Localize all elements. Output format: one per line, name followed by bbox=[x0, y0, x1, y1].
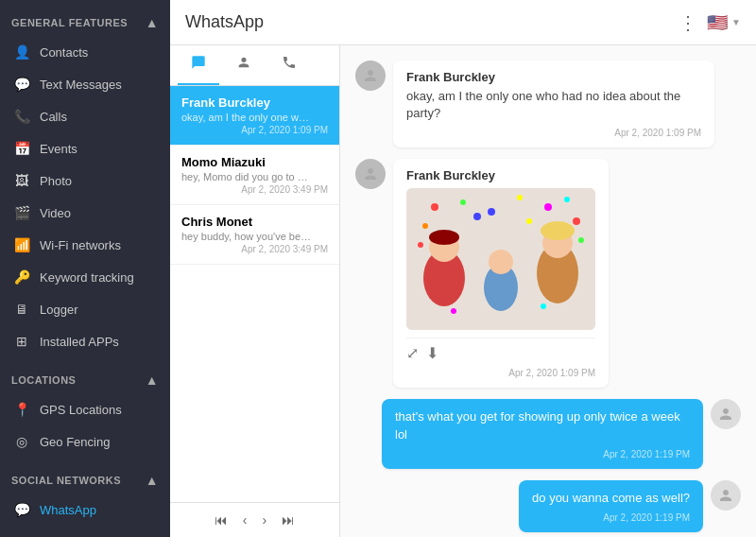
sidebar-section-general: GENERAL FEATURES ▲ bbox=[0, 6, 170, 36]
whatsapp-icon: 💬 bbox=[13, 502, 30, 517]
sidebar-item-installed-apps[interactable]: ⊞ Installed APPs bbox=[0, 325, 170, 357]
wifi-icon: 📶 bbox=[13, 237, 30, 252]
gps-icon: 📍 bbox=[13, 402, 30, 417]
message-time: Apr 2, 2020 1:19 PM bbox=[532, 512, 690, 523]
svg-point-2 bbox=[460, 199, 466, 205]
svg-point-20 bbox=[526, 218, 532, 224]
contact-name: Chris Monet bbox=[181, 215, 328, 229]
message-time: Apr 2, 2020 1:19 PM bbox=[395, 449, 690, 459]
photo-icon: 🖼 bbox=[13, 173, 30, 188]
contact-item[interactable]: Chris Monet hey buddy, how you've been? … bbox=[170, 205, 339, 265]
next-page-button[interactable]: › bbox=[259, 511, 271, 529]
tab-calls[interactable] bbox=[268, 45, 310, 85]
message-image bbox=[406, 188, 595, 330]
sidebar-section-social: SOCIAL NETWORKS ▲ bbox=[0, 463, 170, 494]
contact-message: okay, am I the only one who had no ide..… bbox=[181, 112, 314, 123]
sidebar-item-video[interactable]: 🎬 Video bbox=[0, 197, 170, 229]
contact-list: Frank Burckley okay, am I the only one w… bbox=[170, 86, 339, 502]
more-options-icon[interactable]: ⋮ bbox=[679, 11, 697, 34]
message-text: do you wanna come as well? bbox=[532, 490, 690, 507]
prev-page-button[interactable]: ‹ bbox=[239, 511, 251, 529]
message-time: Apr 2, 2020 1:09 PM bbox=[406, 368, 595, 378]
svg-point-22 bbox=[541, 303, 546, 309]
keyword-tracking-icon: 🔑 bbox=[13, 269, 30, 285]
sender-name: Frank Burckley bbox=[406, 70, 701, 84]
calls-icon: 📞 bbox=[13, 109, 30, 124]
sidebar-item-contacts[interactable]: 👤 Contacts bbox=[0, 36, 170, 68]
sidebar-item-events[interactable]: 📅 Events bbox=[0, 132, 170, 165]
video-icon: 🎬 bbox=[13, 205, 30, 220]
contact-item[interactable]: Momo Miazuki hey, Momo did you go to Che… bbox=[170, 146, 339, 205]
contact-name: Frank Burckley bbox=[181, 95, 328, 110]
sidebar-item-keyword-tracking[interactable]: 🔑 Keyword tracking bbox=[0, 261, 170, 293]
sidebar: GENERAL FEATURES ▲ 👤 Contacts 💬 Text Mes… bbox=[0, 0, 170, 537]
sidebar-item-photo[interactable]: 🖼 Photo bbox=[0, 165, 170, 197]
contact-message: hey, Momo did you go to Chemistry to... bbox=[181, 171, 314, 182]
tab-contacts[interactable] bbox=[223, 45, 265, 85]
message-time: Apr 2, 2020 1:09 PM bbox=[406, 128, 701, 138]
svg-point-19 bbox=[473, 213, 481, 220]
sidebar-item-calls[interactable]: 📞 Calls bbox=[0, 100, 170, 132]
svg-point-6 bbox=[564, 197, 570, 202]
contact-time: Apr 2, 2020 3:49 PM bbox=[181, 184, 328, 195]
image-actions: ⤢ ⬇ bbox=[406, 338, 595, 362]
svg-point-3 bbox=[488, 208, 495, 216]
sidebar-section-locations: LOCATIONS ▲ bbox=[0, 363, 170, 393]
message-row: Frank Burckley bbox=[355, 159, 741, 388]
page-title: WhatsApp bbox=[185, 12, 264, 32]
message-bubble: Frank Burckley okay, am I the only one w… bbox=[393, 61, 714, 147]
sidebar-item-gps-locations[interactable]: 📍 GPS Locations bbox=[0, 393, 170, 425]
message-text: that's what you get for showing up only … bbox=[395, 408, 690, 442]
pagination: ⏮ ‹ › ⏭ bbox=[170, 502, 339, 537]
svg-point-4 bbox=[517, 195, 523, 200]
svg-point-18 bbox=[578, 237, 584, 243]
svg-point-1 bbox=[431, 203, 438, 211]
avatar bbox=[355, 61, 386, 91]
content-area: Frank Burckley okay, am I the only one w… bbox=[170, 45, 756, 537]
chat-panel: Frank Burckley okay, am I the only one w… bbox=[340, 45, 756, 537]
sidebar-item-whatsapp[interactable]: 💬 WhatsApp bbox=[0, 494, 170, 526]
contact-time: Apr 2, 2020 3:49 PM bbox=[181, 244, 328, 254]
sidebar-item-wifi[interactable]: 📶 Wi-Fi networks bbox=[0, 229, 170, 261]
message-text: okay, am I the only one who had no idea … bbox=[406, 88, 701, 122]
message-row: that's what you get for showing up only … bbox=[355, 399, 741, 468]
contact-item[interactable]: Frank Burckley okay, am I the only one w… bbox=[170, 86, 339, 146]
topbar-right: ⋮ 🇺🇸 ▼ bbox=[679, 11, 741, 34]
avatar bbox=[355, 159, 386, 189]
chat-messages: Frank Burckley okay, am I the only one w… bbox=[340, 45, 756, 537]
message-bubble: Frank Burckley bbox=[393, 159, 609, 388]
chevron-down-icon: ▼ bbox=[731, 17, 741, 27]
contacts-icon: 👤 bbox=[13, 44, 30, 60]
expand-icon[interactable]: ⤢ bbox=[406, 344, 419, 362]
sidebar-item-geo-fencing[interactable]: ◎ Geo Fencing bbox=[0, 425, 170, 458]
sidebar-item-kik[interactable]: ⊕ KiK bbox=[0, 526, 170, 537]
svg-point-16 bbox=[541, 221, 575, 240]
language-selector[interactable]: 🇺🇸 ▼ bbox=[707, 12, 741, 33]
main-area: WhatsApp ⋮ 🇺🇸 ▼ bbox=[170, 0, 756, 537]
contact-time: Apr 2, 2020 1:09 PM bbox=[181, 125, 328, 135]
contacts-panel: Frank Burckley okay, am I the only one w… bbox=[170, 45, 340, 537]
tab-chat[interactable] bbox=[178, 45, 219, 85]
sender-name: Frank Burckley bbox=[406, 168, 595, 182]
contact-message: hey buddy, how you've been? bbox=[181, 231, 314, 242]
message-row: Frank Burckley okay, am I the only one w… bbox=[355, 61, 741, 147]
message-row: do you wanna come as well? Apr 2, 2020 1… bbox=[355, 480, 741, 532]
sidebar-item-text-messages[interactable]: 💬 Text Messages bbox=[0, 68, 170, 100]
svg-point-17 bbox=[418, 242, 423, 248]
svg-point-7 bbox=[422, 223, 428, 229]
first-page-button[interactable]: ⏮ bbox=[211, 511, 232, 529]
svg-point-11 bbox=[429, 230, 459, 245]
events-icon: 📅 bbox=[13, 141, 30, 156]
contact-name: Momo Miazuki bbox=[181, 155, 328, 169]
installed-apps-icon: ⊞ bbox=[13, 334, 30, 349]
download-icon[interactable]: ⬇ bbox=[426, 344, 438, 362]
svg-point-13 bbox=[489, 250, 513, 274]
geo-fencing-icon: ◎ bbox=[13, 434, 30, 449]
message-bubble: do you wanna come as well? Apr 2, 2020 1… bbox=[519, 480, 703, 532]
last-page-button[interactable]: ⏭ bbox=[278, 511, 299, 529]
avatar bbox=[711, 399, 741, 429]
text-messages-icon: 💬 bbox=[13, 77, 30, 92]
message-bubble: that's what you get for showing up only … bbox=[382, 399, 703, 468]
svg-point-8 bbox=[573, 217, 580, 225]
sidebar-item-logger[interactable]: 🖥 Logger bbox=[0, 293, 170, 325]
